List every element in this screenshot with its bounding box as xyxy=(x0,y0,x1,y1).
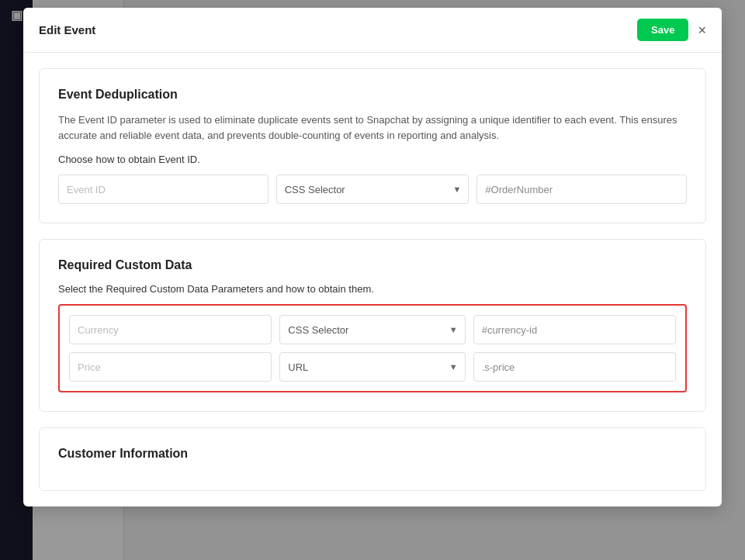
deduplication-description: The Event ID parameter is used to elimin… xyxy=(58,112,687,143)
price-form-row: CSS Selector URL JavaScript Static Value… xyxy=(69,352,676,382)
deduplication-choose-label: Choose how to obtain Event ID. xyxy=(58,154,687,165)
price-value-input[interactable] xyxy=(473,352,676,382)
price-method-wrapper: CSS Selector URL JavaScript Static Value… xyxy=(279,352,465,382)
currency-value-input[interactable] xyxy=(473,315,676,344)
save-button[interactable]: Save xyxy=(637,19,688,41)
css-selector-select[interactable]: CSS Selector URL JavaScript Static Value xyxy=(276,175,470,204)
customer-information-title: Customer Information xyxy=(58,447,687,461)
modal-title: Edit Event xyxy=(39,23,95,36)
required-custom-data-description: Select the Required Custom Data Paramete… xyxy=(58,283,687,295)
required-custom-data-title: Required Custom Data xyxy=(58,258,687,272)
order-number-input[interactable] xyxy=(476,175,687,204)
deduplication-form-row: CSS Selector URL JavaScript Static Value… xyxy=(58,175,687,204)
deduplication-section: Event Deduplication The Event ID paramet… xyxy=(39,68,706,223)
currency-method-select[interactable]: CSS Selector URL JavaScript Static Value xyxy=(279,315,465,344)
price-param-input[interactable] xyxy=(69,352,272,382)
currency-method-wrapper: CSS Selector URL JavaScript Static Value… xyxy=(279,315,465,344)
deduplication-title: Event Deduplication xyxy=(58,88,687,102)
modal-header: Edit Event Save × xyxy=(23,8,722,53)
customer-information-section: Customer Information xyxy=(39,427,706,491)
required-custom-data-section: Required Custom Data Select the Required… xyxy=(39,239,706,412)
modal-overlay: Edit Event Save × Event Deduplication Th… xyxy=(0,0,745,560)
currency-form-row: CSS Selector URL JavaScript Static Value… xyxy=(69,315,676,344)
event-id-input[interactable] xyxy=(58,175,269,204)
close-button[interactable]: × xyxy=(698,23,706,37)
price-method-select[interactable]: CSS Selector URL JavaScript Static Value xyxy=(279,352,465,382)
modal-header-actions: Save × xyxy=(637,19,706,41)
css-selector-wrapper: CSS Selector URL JavaScript Static Value… xyxy=(276,175,470,204)
currency-param-input[interactable] xyxy=(69,315,272,344)
modal-body: Event Deduplication The Event ID paramet… xyxy=(23,53,722,506)
required-custom-data-rows: CSS Selector URL JavaScript Static Value… xyxy=(58,304,687,392)
edit-event-modal: Edit Event Save × Event Deduplication Th… xyxy=(23,8,722,506)
